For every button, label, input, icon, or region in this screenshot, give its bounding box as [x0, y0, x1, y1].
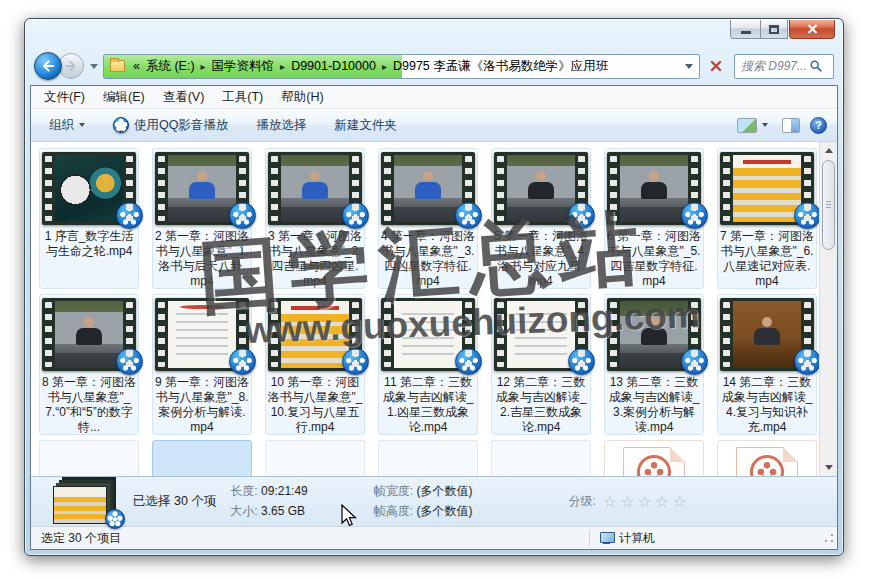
change-view-button[interactable] — [733, 115, 772, 136]
status-selection-text: 选定 30 个项目 — [41, 530, 589, 547]
vertical-scrollbar[interactable] — [819, 142, 837, 476]
breadcrumb-separator-icon[interactable]: ▸ — [277, 61, 288, 72]
minimize-icon — [741, 31, 751, 34]
command-bar: 组织 使用QQ影音播放 播放选择 新建文件夹 — [31, 109, 837, 142]
computer-icon — [600, 532, 614, 544]
file-item-partial[interactable] — [378, 440, 478, 476]
file-item-partial[interactable] — [39, 440, 139, 476]
back-button[interactable] — [34, 52, 62, 80]
lecturer-thumbnail-image — [168, 155, 236, 222]
lecturer-thumbnail-image — [394, 155, 462, 222]
file-item[interactable]: 7 第一章：河图洛书与八星象意"_6.八星速记对应表.mp4 — [717, 148, 817, 289]
chevron-down-icon — [762, 123, 768, 127]
breadcrumb-item-current[interactable]: D9975 李孟谦《洛书易数绝学》应用班 — [390, 58, 611, 75]
menu-file[interactable]: 文件(F) — [35, 86, 94, 109]
file-item[interactable]: 12 第二章：三数成象与吉凶解读_2.吉星三数成象论.mp4 — [491, 294, 591, 435]
stop-button[interactable] — [704, 54, 728, 78]
frame-width-label: 帧宽度: — [374, 484, 413, 498]
title-bar[interactable] — [25, 19, 843, 47]
video-thumbnail — [494, 152, 588, 225]
file-item-partial[interactable] — [491, 440, 591, 476]
file-item[interactable]: 3 第一章：河图洛书与八星象意"_2.四吉星与四凶星.mp4 — [265, 148, 365, 289]
organize-button[interactable]: 组织 — [41, 113, 93, 138]
breadcrumb: « 系统 (E:) ▸ 国学资料馆 ▸ D9901-D10000 ▸ D9975… — [104, 58, 611, 75]
qq-player-badge-icon — [229, 348, 256, 375]
scrollbar-thumb[interactable] — [822, 160, 835, 250]
file-name: 1 序言_数字生活与生命之轮.mp4 — [41, 229, 137, 259]
frame-height-label: 帧高度: — [374, 504, 413, 518]
file-grid: 1 序言_数字生活与生命之轮.mp4 2 第一章：河图洛书与八星象意"_1.洛书… — [31, 142, 819, 476]
qq-player-badge-icon — [116, 202, 143, 229]
rating-stars[interactable]: ☆☆☆☆☆ — [603, 492, 690, 511]
size-value: 3.65 GB — [261, 504, 305, 518]
content-area: 文件(F) 编辑(E) 查看(V) 工具(T) 帮助(H) 组织 使用QQ影音播… — [30, 85, 838, 550]
file-item[interactable]: 10 第一章：河图洛书与八星象意"_10.复习与八星五行.mp4 — [265, 294, 365, 435]
lecturer-thumbnail-image — [55, 301, 123, 368]
file-item[interactable]: 6 第一章：河图洛书与八星象意"_5.四吉星数字特征.mp4 — [604, 148, 704, 289]
frame-width-value: (多个数值) — [416, 484, 472, 498]
play-with-qq-button[interactable]: 使用QQ影音播放 — [105, 113, 236, 138]
file-item[interactable]: 9 第一章：河图洛书与八星象意"_8.案例分析与解读.mp4 — [152, 294, 252, 435]
file-item-partial[interactable] — [717, 440, 817, 476]
breadcrumb-item-library[interactable]: 国学资料馆 — [209, 58, 278, 75]
file-item[interactable]: 4 第一章：河图洛书与八星象意"_3.四凶星数字特征.mp4 — [378, 148, 478, 289]
recent-pages-chevron[interactable] — [90, 64, 98, 69]
frame-height-value: (多个数值) — [416, 504, 472, 518]
menu-edit[interactable]: 编辑(E) — [94, 86, 154, 109]
file-item[interactable]: 1 序言_数字生活与生命之轮.mp4 — [39, 148, 139, 289]
new-folder-button[interactable]: 新建文件夹 — [326, 113, 405, 138]
menu-help[interactable]: 帮助(H) — [272, 86, 332, 109]
maximize-button[interactable] — [760, 20, 788, 39]
qq-player-badge-icon — [342, 348, 369, 375]
file-item[interactable]: 13 第二章：三数成象与吉凶解读_3.案例分析与解读.mp4 — [604, 294, 704, 435]
close-icon — [807, 24, 818, 34]
slide-thumbnail-image — [394, 301, 462, 368]
menu-view[interactable]: 查看(V) — [154, 86, 214, 109]
file-item[interactable]: 5 第一章：河图洛书与八星象意"_4.洛书与对应九星.mp4 — [491, 148, 591, 289]
stop-x-icon — [710, 60, 722, 72]
video-thumbnail — [381, 298, 475, 371]
breadcrumb-separator-icon[interactable]: ▸ — [379, 61, 390, 72]
qq-player-badge-icon — [681, 348, 708, 375]
breadcrumb-overflow[interactable]: « — [130, 59, 143, 73]
scroll-down-button[interactable] — [820, 459, 837, 476]
file-item[interactable]: 11 第二章：三数成象与吉凶解读_1.凶星三数成象论.mp4 — [378, 294, 478, 435]
address-bar[interactable]: « 系统 (E:) ▸ 国学资料馆 ▸ D9901-D10000 ▸ D9975… — [103, 54, 700, 79]
file-item[interactable]: 14 第二章：三数成象与吉凶解读_4.复习与知识补充.mp4 — [717, 294, 817, 435]
play-selection-label: 播放选择 — [256, 117, 306, 134]
breadcrumb-item-drive[interactable]: 系统 (E:) — [143, 58, 198, 75]
view-controls: ? — [733, 115, 827, 136]
video-thumbnail — [607, 298, 701, 371]
breadcrumb-separator-icon[interactable]: ▸ — [198, 61, 209, 72]
file-name: 8 第一章：河图洛书与八星象意"_7.“0”和“5”的数字特... — [41, 375, 137, 435]
length-value: 09:21:49 — [261, 484, 308, 498]
slide-thumbnail-image — [507, 301, 575, 368]
minimize-button[interactable] — [730, 20, 760, 39]
status-location: 计算机 — [600, 530, 835, 547]
file-item-partial-selected[interactable] — [152, 440, 252, 476]
file-item[interactable]: 8 第一章：河图洛书与八星象意"_7.“0”和“5”的数字特... — [39, 294, 139, 435]
views-icon — [737, 118, 757, 133]
search-icon[interactable] — [809, 59, 823, 73]
file-item-partial[interactable] — [604, 440, 704, 476]
address-dropdown-chevron[interactable] — [685, 64, 693, 69]
menu-bar: 文件(F) 编辑(E) 查看(V) 工具(T) 帮助(H) — [31, 86, 837, 109]
file-name: 5 第一章：河图洛书与八星象意"_4.洛书与对应九星.mp4 — [493, 229, 589, 289]
scroll-up-button[interactable] — [820, 142, 837, 159]
file-name: 12 第二章：三数成象与吉凶解读_2.吉星三数成象论.mp4 — [493, 375, 589, 435]
qq-player-badge-icon — [568, 202, 595, 229]
menu-tools[interactable]: 工具(T) — [213, 86, 272, 109]
length-label: 长度: — [230, 484, 257, 498]
file-name: 9 第一章：河图洛书与八星象意"_8.案例分析与解读.mp4 — [154, 375, 250, 435]
close-button[interactable] — [789, 20, 835, 39]
breadcrumb-item-range[interactable]: D9901-D10000 — [288, 59, 379, 73]
preview-pane-icon[interactable] — [782, 118, 800, 133]
file-item[interactable]: 2 第一章：河图洛书与八星象意"_1.洛书与后天八卦.mp4 — [152, 148, 252, 289]
file-item-partial[interactable] — [265, 440, 365, 476]
video-thumbnail — [155, 298, 249, 371]
file-name: 10 第一章：河图洛书与八星象意"_10.复习与八星五行.mp4 — [267, 375, 363, 435]
help-icon[interactable]: ? — [810, 117, 827, 134]
search-input[interactable] — [735, 59, 809, 73]
play-selection-button[interactable]: 播放选择 — [248, 113, 314, 138]
resize-grip[interactable] — [822, 532, 835, 545]
